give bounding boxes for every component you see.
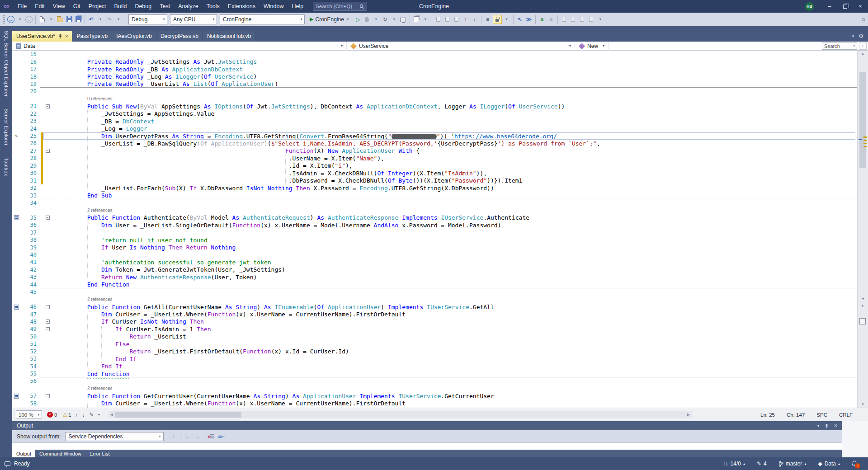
navbar-class-dropdown[interactable]: UserService▾ — [347, 42, 575, 51]
code-text[interactable]: Else — [52, 341, 130, 348]
vertical-scrollbar-thumb[interactable] — [859, 72, 866, 168]
code-text[interactable]: 2 references — [52, 297, 113, 302]
nav-back-icon[interactable]: ← — [7, 14, 15, 24]
implements-glyph-icon[interactable] — [12, 392, 20, 400]
column-indicator[interactable]: Ch: 147 — [787, 412, 805, 418]
code-text[interactable]: 2 references — [52, 386, 113, 391]
output-content[interactable] — [12, 443, 842, 450]
horizontal-scrollbar[interactable]: ◀ ▶ — [108, 411, 692, 418]
menu-build[interactable]: Build — [110, 3, 131, 9]
code-text[interactable]: Private ReadOnly _JwtSettings As Jwt.Jwt… — [52, 58, 257, 65]
menu-tools[interactable]: Tools — [203, 3, 224, 9]
menu-view[interactable]: View — [49, 3, 69, 9]
menu-help[interactable]: Help — [288, 3, 307, 9]
code-text[interactable]: If CurUser IsNot Nothing Then — [52, 318, 204, 325]
chevron-down-icon[interactable]: ▾ — [421, 14, 429, 24]
code-text[interactable]: Public Function GetCurrentUser(CurrentUs… — [52, 393, 494, 400]
restore-button[interactable] — [837, 0, 853, 13]
fold-margin[interactable]: − — [43, 104, 52, 108]
attach-process-icon[interactable] — [399, 14, 407, 24]
breakpoint-flag-icon-2[interactable] — [443, 14, 452, 24]
menu-debug[interactable]: Debug — [131, 3, 156, 9]
find-in-files-icon[interactable] — [412, 14, 420, 24]
scroll-right-icon[interactable]: ▶ — [685, 411, 692, 418]
document-tab-userservicevb[interactable]: UserService.vb*× — [12, 31, 72, 42]
code-text[interactable]: If CurUser.IsAdmin = 1 Then — [52, 326, 211, 333]
chevron-down-icon[interactable]: ▾ — [47, 14, 55, 24]
code-cleanup-icon[interactable]: ✎ — [90, 412, 94, 418]
code-text[interactable]: Private ReadOnly _DB As ApplicationDbCon… — [52, 66, 243, 73]
code-text[interactable]: End If — [52, 356, 137, 362]
chevron-down-icon[interactable]: ▾ — [596, 14, 604, 24]
code-text[interactable]: Return _UserList — [52, 333, 186, 340]
line-ending-indicator[interactable]: CRLF — [839, 412, 853, 418]
tool-window-tab-sql-server-object-explorer[interactable]: SQL Server Object Explorer — [4, 31, 9, 97]
uncomment-icon[interactable]: ≡ — [547, 14, 555, 24]
start-without-debugging-icon[interactable]: ▷ — [354, 14, 362, 24]
git-repository-status[interactable]: ◆ Data ▴ — [818, 461, 840, 467]
chevron-down-icon[interactable]: ▾ — [96, 14, 104, 24]
prev-message-icon[interactable]: ← — [183, 432, 192, 441]
editor-search-box[interactable]: Search▾ — [822, 42, 857, 50]
implements-glyph-icon[interactable] — [12, 214, 20, 221]
menu-git[interactable]: Git — [69, 3, 85, 9]
document-tab-notificationhubvb[interactable]: NotificationHub.vb — [203, 31, 255, 42]
chevron-down-icon[interactable]: ▾ — [503, 14, 511, 24]
output-panel-header[interactable]: Output ▾ × — [12, 421, 842, 430]
code-cleanup-chevron-icon[interactable]: ▾ — [98, 413, 100, 417]
scroll-down-icon[interactable]: ▼ — [858, 401, 868, 408]
collapse-region-icon[interactable]: − — [46, 104, 50, 108]
breakpoint-flag-icon-3[interactable] — [453, 14, 461, 24]
fold-margin[interactable]: − — [43, 305, 52, 309]
scroll-left-icon[interactable]: ◀ — [108, 411, 115, 418]
code-text[interactable]: 'authentication successful so generate j… — [52, 259, 271, 266]
implements-glyph-icon[interactable] — [12, 303, 20, 310]
code-text[interactable]: Dim User = _UserList.SingleOrDefault(Fun… — [52, 222, 501, 229]
document-tab-passtypevb[interactable]: PassType.vb — [72, 31, 112, 42]
code-text[interactable]: Return New AuthenticateResponse(User, To… — [52, 274, 257, 281]
code-text[interactable]: _DB = DbContext — [52, 118, 154, 125]
code-text[interactable]: Public Function Authenticate(ByVal Model… — [52, 214, 529, 221]
tool-window-tab-toolbox[interactable]: Toolbox — [4, 158, 9, 176]
menu-project[interactable]: Project — [85, 3, 110, 9]
code-text[interactable]: .DbPassword = X.CheckDBNull(Of Byte())(X… — [52, 177, 522, 184]
code-editor[interactable]: 1516 Private ReadOnly _JwtSettings As Jw… — [12, 51, 857, 408]
pending-changes-status[interactable]: ✎ 4 — [757, 461, 767, 467]
minimize-button[interactable]: – — [822, 0, 837, 13]
chevron-down-icon[interactable]: ▾ — [16, 14, 24, 24]
pointer-lines-icon[interactable]: ↖ — [516, 14, 524, 24]
comment-hyperlink[interactable]: https://www.base64decode.org/ — [454, 133, 557, 140]
feedback-bubble-icon[interactable] — [5, 461, 10, 466]
nav-forward-icon[interactable]: → — [25, 14, 33, 24]
code-text[interactable]: .Id = X.Item("i"), — [52, 162, 353, 169]
fold-margin[interactable]: − — [43, 394, 52, 398]
next-message-icon[interactable]: → — [193, 432, 202, 441]
pin-icon[interactable] — [825, 423, 829, 428]
collapse-region-icon[interactable]: − — [46, 327, 50, 331]
undo-icon[interactable]: ↶ — [87, 14, 95, 24]
code-text[interactable]: End Function — [52, 281, 130, 288]
edit-pencil-icon[interactable]: ✎ — [12, 132, 20, 140]
chevron-down-icon[interactable]: ▾ — [390, 14, 398, 24]
swap-panes-icon[interactable]: ↕ — [859, 42, 867, 50]
clear-all-icon[interactable]: × — [207, 432, 216, 441]
code-text[interactable]: Function(X) New ApplicationUser With { — [52, 147, 420, 154]
code-text[interactable]: Dim Token = Jwt.GenerateJwtToken(User, _… — [52, 266, 285, 273]
send-feedback-icon[interactable]: ☺ — [859, 14, 868, 24]
collapse-region-icon[interactable]: − — [46, 394, 50, 398]
collapse-region-icon[interactable]: − — [46, 305, 50, 309]
code-text[interactable]: Public Function GetAll(CurrentUserName A… — [52, 304, 494, 310]
git-sync-status[interactable]: ↑↓ 14/0 ▴ — [723, 461, 745, 467]
redo-icon[interactable]: ↷ — [105, 14, 113, 24]
collapse-region-icon[interactable]: − — [46, 216, 50, 220]
quick-search-input[interactable]: Search (Ctrl+Q) — [313, 2, 367, 11]
goto-message-icon[interactable]: ↓ — [169, 432, 178, 441]
code-text[interactable]: _JwtSettings = AppSettings.Value — [52, 110, 214, 117]
code-text[interactable]: .UserName = X.Item("Name"), — [52, 155, 384, 162]
split-left-icon[interactable]: ◂ — [859, 295, 867, 302]
horizontal-scrollbar-thumb[interactable] — [115, 412, 241, 418]
code-text[interactable]: End Function — [52, 371, 130, 377]
open-file-icon[interactable] — [56, 14, 64, 24]
close-panel-icon[interactable]: × — [834, 423, 837, 429]
gear-icon[interactable]: ⚙ — [859, 33, 863, 39]
